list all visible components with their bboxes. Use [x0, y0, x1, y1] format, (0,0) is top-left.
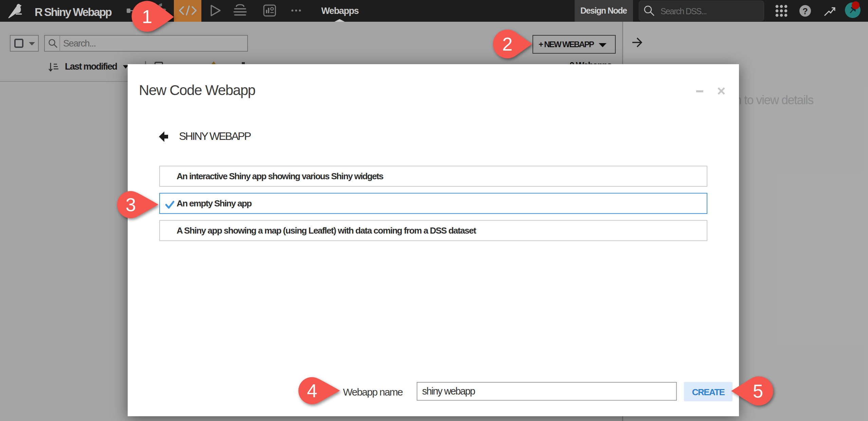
svg-text:2: 2 — [502, 34, 513, 55]
svg-text:3: 3 — [126, 194, 136, 215]
svg-text:4: 4 — [307, 380, 318, 401]
svg-text:5: 5 — [753, 381, 763, 402]
svg-text:1: 1 — [142, 6, 152, 27]
